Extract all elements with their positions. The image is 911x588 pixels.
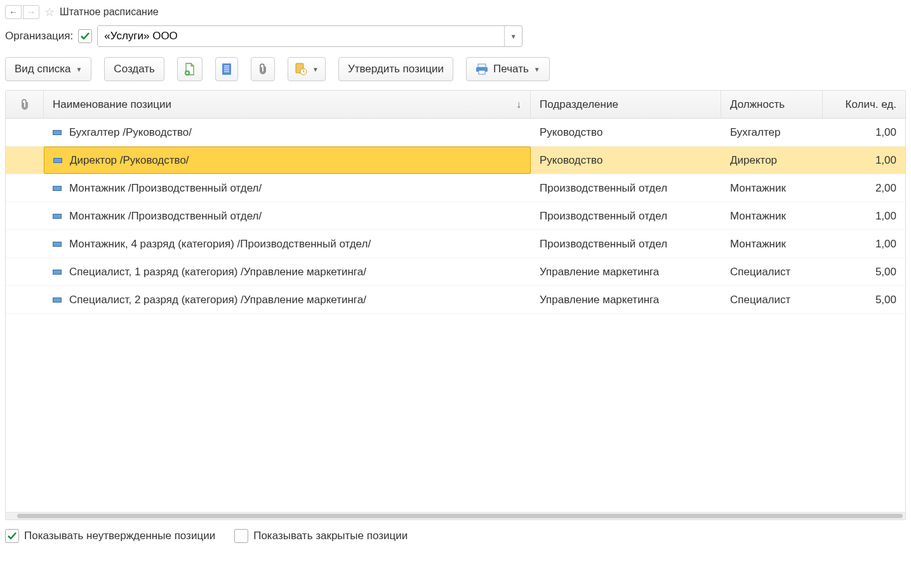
organization-checkbox[interactable]	[78, 29, 92, 43]
row-position: Монтажник	[721, 238, 823, 251]
row-name: Монтажник, 4 разряд (категория) /Произво…	[69, 238, 371, 251]
table-row[interactable]: Специалист, 2 разряд (категория) /Управл…	[6, 286, 905, 314]
sort-ascending-icon: ↓	[516, 99, 521, 110]
print-button[interactable]: Печать ▼	[466, 57, 550, 81]
positions-table: Наименование позиции ↓ Подразделение Дол…	[5, 90, 906, 520]
row-quantity: 1,00	[823, 238, 905, 251]
table-row[interactable]: Бухгалтер /Руководство/РуководствоБухгал…	[6, 119, 905, 147]
table-row[interactable]: Специалист, 1 разряд (категория) /Управл…	[6, 258, 905, 286]
document-clock-icon	[295, 63, 307, 75]
svg-point-11	[485, 68, 486, 69]
organization-input[interactable]	[98, 26, 504, 46]
organization-label: Организация:	[5, 30, 73, 42]
show-unapproved-label: Показывать неутвержденные позиции	[24, 530, 215, 542]
print-label: Печать	[493, 63, 529, 75]
table-row[interactable]: Монтажник, 4 разряд (категория) /Произво…	[6, 230, 905, 258]
svg-rect-8	[478, 64, 486, 67]
attach-button[interactable]	[251, 57, 275, 81]
row-name: Монтажник /Производственный отдел/	[69, 210, 262, 223]
item-icon	[53, 214, 62, 219]
create-label: Создать	[114, 63, 155, 75]
row-name: Монтажник /Производственный отдел/	[69, 182, 262, 195]
row-department: Производственный отдел	[531, 210, 721, 223]
item-icon	[53, 297, 62, 303]
row-position: Специалист	[721, 294, 823, 306]
row-position: Специалист	[721, 266, 823, 278]
table-row[interactable]: Директор /Руководство/РуководствоДиректо…	[6, 147, 905, 174]
column-name[interactable]: Наименование позиции ↓	[44, 91, 531, 118]
row-position: Монтажник	[721, 210, 823, 223]
row-department: Руководство	[531, 154, 721, 167]
column-position[interactable]: Должность	[721, 91, 823, 118]
item-icon	[53, 186, 62, 191]
row-department: Производственный отдел	[531, 182, 721, 195]
show-closed-checkbox[interactable]	[234, 529, 248, 543]
new-document-button[interactable]	[177, 57, 203, 81]
row-position: Директор	[721, 154, 823, 167]
row-department: Управление маркетинга	[531, 266, 721, 278]
view-list-button[interactable]: Вид списка ▼	[5, 57, 91, 81]
row-department: Управление маркетинга	[531, 294, 721, 306]
chevron-down-icon: ▼	[312, 66, 319, 73]
column-quantity[interactable]: Колич. ед.	[823, 91, 905, 118]
table-row[interactable]: Монтажник /Производственный отдел/Произв…	[6, 174, 905, 202]
item-icon	[53, 158, 62, 163]
history-button[interactable]: ▼	[288, 57, 326, 81]
nav-forward-button[interactable]: →	[23, 5, 39, 19]
row-name: Специалист, 2 разряд (категория) /Управл…	[69, 294, 366, 306]
row-name: Директор /Руководство/	[70, 154, 189, 167]
row-name: Бухгалтер /Руководство/	[69, 126, 192, 139]
table-row[interactable]: Монтажник /Производственный отдел/Произв…	[6, 202, 905, 230]
row-name: Специалист, 1 разряд (категория) /Управл…	[69, 266, 366, 278]
row-quantity: 1,00	[823, 154, 905, 167]
approve-positions-button[interactable]: Утвердить позиции	[338, 57, 453, 81]
row-position: Монтажник	[721, 182, 823, 195]
row-quantity: 5,00	[823, 294, 905, 306]
list-button[interactable]	[215, 57, 238, 81]
paperclip-icon	[20, 99, 30, 110]
nav-back-button[interactable]: ←	[5, 5, 22, 19]
show-unapproved-checkbox[interactable]	[5, 529, 19, 543]
organization-dropdown-button[interactable]: ▼	[504, 26, 522, 46]
column-attachment[interactable]	[6, 91, 44, 118]
favorite-star-icon[interactable]: ☆	[44, 5, 55, 19]
column-name-label: Наименование позиции	[53, 98, 171, 111]
item-icon	[53, 270, 62, 275]
show-closed-label: Показывать закрытые позиции	[253, 530, 408, 542]
paperclip-icon	[258, 63, 268, 75]
row-quantity: 1,00	[823, 210, 905, 223]
row-quantity: 1,00	[823, 126, 905, 139]
svg-rect-10	[479, 70, 485, 74]
column-dept-label: Подразделение	[540, 98, 618, 111]
column-qty-label: Колич. ед.	[846, 98, 896, 111]
scrollbar-thumb[interactable]	[17, 514, 903, 518]
row-position: Бухгалтер	[721, 126, 823, 139]
approve-label: Утвердить позиции	[348, 63, 444, 75]
item-icon	[53, 242, 62, 247]
row-quantity: 2,00	[823, 182, 905, 195]
item-icon	[53, 130, 62, 135]
horizontal-scrollbar[interactable]	[6, 512, 905, 519]
chevron-down-icon: ▼	[76, 66, 82, 73]
row-quantity: 5,00	[823, 266, 905, 278]
document-add-icon	[184, 63, 196, 75]
column-department[interactable]: Подразделение	[531, 91, 721, 118]
printer-icon	[475, 63, 488, 75]
view-list-label: Вид списка	[15, 63, 70, 75]
list-icon	[222, 63, 231, 75]
create-button[interactable]: Создать	[104, 57, 164, 81]
column-position-label: Должность	[730, 98, 785, 111]
svg-rect-1	[222, 63, 231, 75]
row-department: Руководство	[531, 126, 721, 139]
row-department: Производственный отдел	[531, 238, 721, 251]
table-header: Наименование позиции ↓ Подразделение Дол…	[6, 91, 905, 119]
window-title: Штатное расписание	[60, 6, 159, 18]
chevron-down-icon: ▼	[534, 66, 540, 73]
